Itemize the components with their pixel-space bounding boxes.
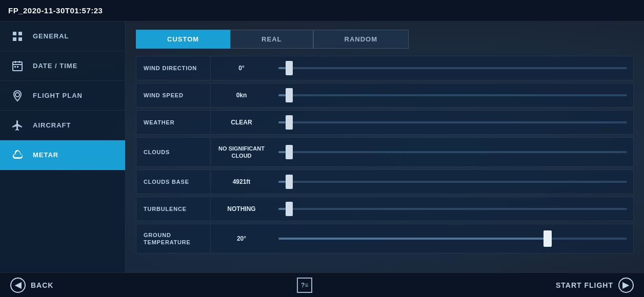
header: FP_2020-11-30T01:57:23 xyxy=(0,0,644,22)
plane-icon xyxy=(9,117,26,134)
clouds-base-fill xyxy=(278,181,286,183)
sidebar-label-aircraft: AIRCRAFT xyxy=(33,121,71,129)
weather-track xyxy=(278,121,627,123)
wind-speed-track xyxy=(278,94,627,96)
clouds-slider[interactable] xyxy=(272,151,633,153)
location-icon xyxy=(9,88,26,104)
svg-point-10 xyxy=(15,93,19,97)
main-layout: GENERAL DATE / TIME xyxy=(0,22,644,272)
start-flight-icon: ▶ xyxy=(618,278,634,293)
weather-label: WEATHER xyxy=(136,111,211,134)
wind-direction-label: WIND DIRECTION xyxy=(136,56,211,80)
ground-temperature-label: GROUND TEMPERATURE xyxy=(136,224,211,253)
weather-thumb[interactable] xyxy=(286,115,293,130)
setting-row-weather: WEATHER CLEAR xyxy=(136,110,634,135)
sidebar-item-datetime[interactable]: DATE / TIME xyxy=(0,51,125,81)
clouds-base-slider[interactable] xyxy=(272,181,633,183)
sidebar-label-general: GENERAL xyxy=(33,32,69,40)
tab-random[interactable]: RANDOM xyxy=(313,30,409,49)
clouds-base-value: 4921ft xyxy=(211,178,272,185)
sidebar-label-flightplan: FLIGHT PLAN xyxy=(33,92,83,99)
ground-temperature-slider[interactable] xyxy=(272,238,633,240)
footer: ◀ BACK ?≡ START FLIGHT ▶ xyxy=(0,272,644,297)
svg-rect-0 xyxy=(13,32,16,35)
wind-speed-fill xyxy=(278,94,286,96)
wind-speed-value: 0kn xyxy=(211,92,272,99)
setting-row-wind-direction: WIND DIRECTION 0° xyxy=(136,56,634,80)
turbulence-slider[interactable] xyxy=(272,208,633,210)
back-label: BACK xyxy=(31,281,53,289)
svg-rect-9 xyxy=(17,66,18,68)
clouds-track xyxy=(278,151,627,153)
metar-icon xyxy=(9,147,26,163)
turbulence-value: NOTHING xyxy=(211,205,272,213)
wind-speed-slider[interactable] xyxy=(272,94,633,96)
svg-rect-3 xyxy=(18,37,22,41)
turbulence-fill xyxy=(278,208,286,210)
back-button[interactable]: ◀ BACK xyxy=(10,278,53,293)
header-title: FP_2020-11-30T01:57:23 xyxy=(8,6,103,15)
wind-speed-thumb[interactable] xyxy=(286,88,293,102)
sidebar-item-flightplan[interactable]: FLIGHT PLAN xyxy=(0,81,125,111)
back-icon: ◀ xyxy=(10,278,26,293)
content-area: CUSTOM REAL RANDOM WIND DIRECTION 0° xyxy=(126,22,644,272)
turbulence-track xyxy=(278,208,627,210)
setting-row-wind-speed: WIND SPEED 0kn xyxy=(136,83,634,108)
clouds-base-thumb[interactable] xyxy=(286,175,293,189)
grid-icon xyxy=(9,28,26,45)
svg-rect-2 xyxy=(13,37,16,41)
sidebar: GENERAL DATE / TIME xyxy=(0,22,126,272)
weather-value: CLEAR xyxy=(211,119,272,126)
clouds-base-track xyxy=(278,181,627,183)
setting-row-ground-temperature: GROUND TEMPERATURE 20° xyxy=(136,224,634,253)
tabs-container: CUSTOM REAL RANDOM xyxy=(136,30,634,49)
sidebar-item-metar[interactable]: METAR xyxy=(0,140,125,170)
app-container: FP_2020-11-30T01:57:23 GENERAL xyxy=(0,0,644,297)
ground-temperature-value: 20° xyxy=(211,235,272,242)
sidebar-label-datetime: DATE / TIME xyxy=(33,62,77,70)
calendar-icon xyxy=(9,58,26,74)
wind-direction-track xyxy=(278,67,627,69)
svg-rect-8 xyxy=(14,66,16,68)
help-icon[interactable]: ?≡ xyxy=(297,278,312,293)
svg-rect-1 xyxy=(18,32,22,35)
weather-fill xyxy=(278,121,286,123)
clouds-base-label: CLOUDS BASE xyxy=(136,170,211,194)
tab-custom[interactable]: CUSTOM xyxy=(136,30,230,49)
ground-temperature-thumb[interactable] xyxy=(544,230,552,247)
ground-temperature-track xyxy=(278,238,627,240)
wind-direction-thumb[interactable] xyxy=(286,61,293,75)
wind-direction-fill xyxy=(278,67,286,69)
turbulence-thumb[interactable] xyxy=(286,202,293,216)
wind-direction-value: 0° xyxy=(211,65,272,72)
turbulence-label: TURBULENCE xyxy=(136,197,211,221)
start-flight-button[interactable]: START FLIGHT ▶ xyxy=(556,278,634,293)
wind-speed-label: WIND SPEED xyxy=(136,83,211,107)
clouds-thumb[interactable] xyxy=(286,145,293,159)
clouds-value: NO SIGNIFICANT CLOUD xyxy=(211,145,272,160)
sidebar-item-general[interactable]: GENERAL xyxy=(0,22,125,51)
setting-row-clouds-base: CLOUDS BASE 4921ft xyxy=(136,169,634,194)
settings-rows: WIND DIRECTION 0° WIND SPEED xyxy=(136,56,634,253)
sidebar-item-aircraft[interactable]: AIRCRAFT xyxy=(0,111,125,140)
clouds-fill xyxy=(278,151,286,153)
start-flight-label: START FLIGHT xyxy=(556,281,613,289)
clouds-label: CLOUDS xyxy=(136,138,211,166)
wind-direction-slider[interactable] xyxy=(272,67,633,69)
weather-slider[interactable] xyxy=(272,121,633,123)
tab-real[interactable]: REAL xyxy=(230,30,313,49)
setting-row-turbulence: TURBULENCE NOTHING xyxy=(136,197,634,221)
sidebar-label-metar: METAR xyxy=(33,151,58,159)
ground-temperature-fill xyxy=(278,238,550,240)
setting-row-clouds: CLOUDS NO SIGNIFICANT CLOUD xyxy=(136,137,634,167)
